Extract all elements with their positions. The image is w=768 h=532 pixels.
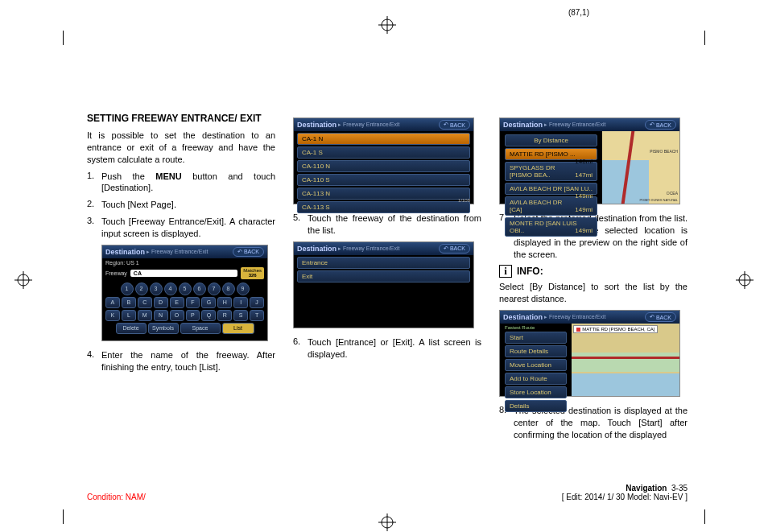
region-label: Region: US 1 — [105, 260, 139, 266]
delete-key[interactable]: Delete — [116, 323, 147, 334]
footer-section: Navigation — [626, 484, 667, 493]
list-item[interactable]: CA-113 S — [297, 201, 470, 213]
screen-title: Destination — [297, 121, 337, 129]
keyboard-key[interactable]: A — [105, 297, 120, 308]
keyboard-key[interactable]: 9 — [237, 282, 250, 295]
intro-text: It is possible to set the destination to… — [87, 130, 275, 166]
keyboard-key[interactable]: 1 — [121, 282, 134, 295]
keyboard-key[interactable]: 3 — [150, 282, 163, 295]
cropmark-top — [378, 16, 396, 34]
list-item[interactable]: Store Location — [505, 386, 567, 398]
keyboard-key[interactable]: 6 — [193, 282, 206, 295]
screen-subtitle: ▸ Freeway Entrance/Exit — [338, 245, 399, 252]
list-item[interactable]: Route Details — [505, 345, 567, 357]
list-item[interactable]: Exit — [297, 270, 470, 282]
keyboard-key[interactable]: 4 — [164, 282, 177, 295]
step-1: Push the MENU button and touch [Destinat… — [101, 171, 275, 195]
keyboard-key[interactable]: N — [154, 310, 168, 321]
cropmark-bottom — [378, 513, 396, 531]
list-key[interactable]: List — [222, 323, 254, 334]
route-buttons: StartRoute DetailsMove LocationAdd to Ro… — [502, 332, 570, 412]
matches-badge: Matches326 — [241, 267, 264, 279]
column-3: Destination ▸ Freeway Entrance/Exit ↶ BA… — [499, 113, 687, 446]
step-4: Enter the name of the freeway. After fin… — [101, 349, 275, 373]
cropmark-right — [736, 271, 754, 289]
keyboard-key[interactable]: S — [233, 310, 248, 321]
step-number: 4. — [87, 349, 101, 373]
screen-subtitle: ▸ Freeway Entrance/Exit — [338, 122, 399, 128]
keyboard-key[interactable]: Q — [201, 310, 216, 321]
list-item[interactable]: AVILA BEACH DR [SAN LU..149mi — [505, 183, 597, 195]
keyboard-key[interactable]: G — [201, 297, 216, 308]
screenshot-freeway-list: Destination ▸ Freeway Entrance/Exit ↶ BA… — [293, 118, 474, 204]
keyboard-key[interactable]: B — [122, 297, 136, 308]
footer-page: 3-35 — [671, 484, 687, 493]
screenshot-keyboard: Destination ▸ Freeway Entrance/Exit ↶ BA… — [101, 245, 268, 341]
keyboard-key[interactable]: K — [105, 310, 120, 321]
content-area: SETTING FREEWAY ENTRANCE/ EXIT It is pos… — [87, 113, 687, 446]
info-text: Select [By Distance] to sort the list by… — [499, 281, 687, 305]
list-item[interactable]: Start — [505, 332, 567, 344]
keyboard-key[interactable]: L — [122, 310, 136, 321]
page-footer: Condition: NAM/ Navigation 3-35 [ Edit: … — [87, 484, 687, 501]
step-6: Touch [Entrance] or [Exit]. A list scree… — [308, 336, 481, 361]
list-item[interactable]: CA-110 S — [297, 174, 470, 186]
keyboard-key[interactable]: R — [217, 310, 232, 321]
keyboard-key[interactable]: P — [186, 310, 200, 321]
flag-icon — [576, 328, 580, 332]
list-item[interactable]: MONTE RD [SAN LUIS OBI..149mi — [505, 217, 597, 237]
step-number: 1. — [87, 171, 101, 195]
step-5: Touch the freeway of the destination fro… — [308, 212, 481, 237]
keyboard-key[interactable]: C — [138, 297, 152, 308]
freeway-input[interactable]: CA — [130, 270, 237, 277]
screen-subtitle: ▸ Freeway Entrance/Exit — [544, 122, 605, 128]
list-item[interactable]: CA-113 N — [297, 188, 470, 200]
back-button[interactable]: ↶ BACK — [233, 247, 264, 257]
keyboard-key[interactable]: T — [250, 310, 264, 321]
list-item[interactable]: CA-110 N — [297, 160, 470, 172]
keyboard-key[interactable]: M — [138, 310, 152, 321]
keyboard-key[interactable]: J — [250, 297, 264, 308]
space-key[interactable]: Space — [180, 323, 221, 334]
info-label: INFO: — [517, 266, 543, 277]
cropmark-left — [14, 271, 32, 289]
list-item[interactable]: MATTIE RD [PISMO ...146mi — [505, 148, 597, 160]
back-button[interactable]: ↶ BACK — [645, 120, 676, 130]
freeway-label: Freeway — [105, 270, 127, 276]
list-item[interactable]: Move Location — [505, 359, 567, 371]
list-item[interactable]: Entrance — [297, 257, 470, 269]
footer-edit-info: [ Edit: 2014/ 1/ 30 Model: Navi-EV ] — [562, 493, 687, 501]
distance-list: MATTIE RD [PISMO ...146miSPYGLASS DR [PI… — [502, 148, 601, 237]
page-coordinate: (87,1) — [568, 8, 589, 17]
list-item[interactable]: CA-1 S — [297, 146, 470, 159]
map-preview: MATTIE RD [PISMO BEACH, CA] — [572, 324, 679, 396]
info-icon: i — [499, 265, 512, 278]
map-preview: PISMO BEACH OCEA PISMO DUNES NATURAL — [602, 131, 679, 204]
screen-title: Destination — [105, 248, 145, 256]
back-button[interactable]: ↶ BACK — [439, 244, 470, 254]
by-distance-button[interactable]: By Distance — [505, 134, 597, 146]
keyboard-key[interactable]: D — [154, 297, 168, 308]
list-counter: 1/108 — [458, 198, 470, 203]
keyboard-key[interactable]: 5 — [179, 282, 192, 295]
symbols-key[interactable]: Symbols — [148, 323, 179, 334]
screenshot-entrance-exit: Destination ▸ Freeway Entrance/Exit ↶ BA… — [293, 241, 474, 328]
back-button[interactable]: ↶ BACK — [439, 120, 470, 130]
list-item[interactable]: Add to Route — [505, 373, 567, 385]
step-number: 3. — [87, 216, 101, 240]
list-item[interactable]: Details — [505, 400, 567, 412]
back-button[interactable]: ↶ BACK — [645, 312, 676, 322]
keyboard-key[interactable]: 2 — [135, 282, 148, 295]
keyboard-key[interactable]: F — [186, 297, 200, 308]
screen-subtitle: ▸ Freeway Entrance/Exit — [147, 249, 208, 255]
edge-mark — [63, 509, 64, 524]
keyboard-key[interactable]: 7 — [208, 282, 221, 295]
keyboard-key[interactable]: I — [233, 297, 248, 308]
list-item[interactable]: CA-1 N — [297, 133, 470, 145]
keyboard-key[interactable]: E — [170, 297, 184, 308]
keyboard-key[interactable]: 8 — [222, 282, 235, 295]
keyboard-key[interactable]: O — [170, 310, 184, 321]
keyboard-key[interactable]: H — [217, 297, 232, 308]
section-heading: SETTING FREEWAY ENTRANCE/ EXIT — [87, 113, 275, 125]
screen-title: Destination — [503, 313, 543, 321]
